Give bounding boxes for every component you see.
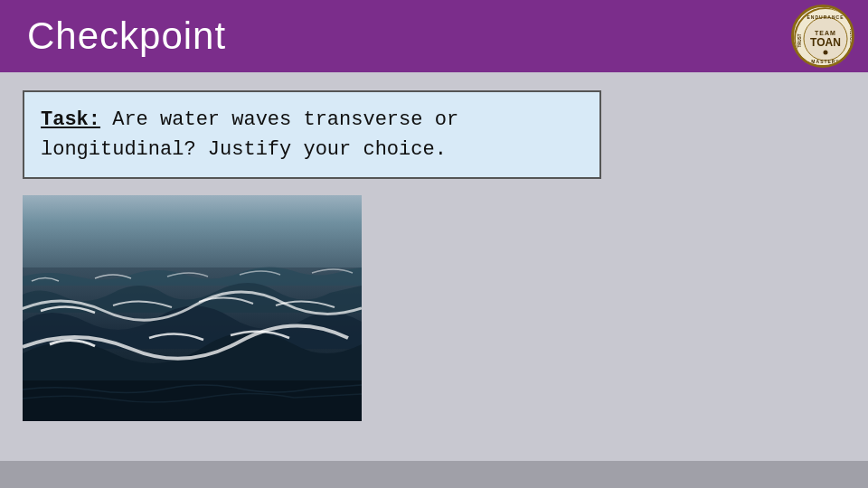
task-box: Task: Are water waves transverse or long…: [23, 90, 601, 179]
svg-rect-11: [23, 380, 362, 421]
task-content-line2: longitudinal? Justify your choice.: [41, 138, 447, 161]
badge-circle: ENDURANCE MASTERY TRUST AUTONOMY TEAM TO…: [791, 5, 854, 68]
task-text: Task: Are water waves transverse or long…: [41, 105, 583, 164]
task-content-line1: Are water waves transverse or: [112, 108, 458, 131]
header-bar: Checkpoint ENDURANCE MASTERY TRUST AUTON…: [0, 0, 868, 72]
svg-text:AUTONOMY: AUTONOMY: [849, 29, 854, 52]
ocean-svg: [23, 195, 362, 421]
task-label: Task:: [41, 108, 100, 131]
main-content: Task: Are water waves transverse or long…: [0, 72, 868, 439]
ocean-image: [23, 195, 362, 421]
svg-text:ENDURANCE: ENDURANCE: [807, 14, 844, 20]
bottom-bar: [0, 461, 868, 488]
svg-text:TOAN: TOAN: [810, 36, 841, 49]
svg-point-8: [824, 51, 828, 55]
team-badge: ENDURANCE MASTERY TRUST AUTONOMY TEAM TO…: [791, 5, 854, 68]
page-title: Checkpoint: [27, 14, 226, 58]
svg-text:TRUST: TRUST: [797, 33, 802, 47]
svg-text:MASTERY: MASTERY: [811, 59, 839, 64]
svg-text:TEAM: TEAM: [815, 30, 836, 36]
